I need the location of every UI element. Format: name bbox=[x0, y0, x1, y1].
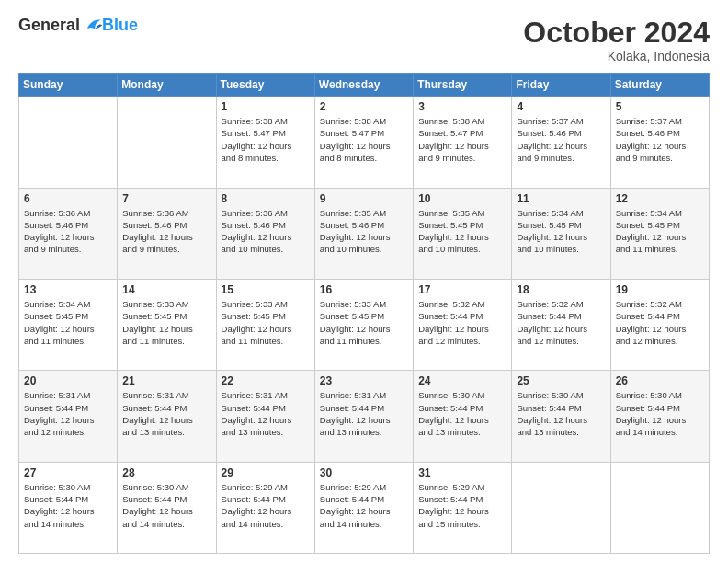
logo: General Blue bbox=[18, 17, 138, 33]
week-row-4: 20Sunrise: 5:31 AMSunset: 5:44 PMDayligh… bbox=[19, 371, 710, 462]
calendar-cell: 16Sunrise: 5:33 AMSunset: 5:45 PMDayligh… bbox=[314, 279, 413, 370]
day-info: Sunrise: 5:34 AMSunset: 5:45 PMDaylight:… bbox=[517, 207, 605, 256]
logo-blue: Blue bbox=[102, 17, 138, 33]
day-info: Sunrise: 5:30 AMSunset: 5:44 PMDaylight:… bbox=[122, 481, 210, 530]
day-number: 7 bbox=[122, 192, 210, 205]
calendar-cell: 1Sunrise: 5:38 AMSunset: 5:47 PMDaylight… bbox=[216, 97, 314, 188]
day-number: 15 bbox=[222, 283, 310, 296]
day-number: 1 bbox=[222, 100, 310, 113]
day-number: 12 bbox=[616, 192, 704, 205]
calendar-cell: 17Sunrise: 5:32 AMSunset: 5:44 PMDayligh… bbox=[414, 279, 512, 370]
day-number: 17 bbox=[418, 283, 506, 296]
calendar-cell: 10Sunrise: 5:35 AMSunset: 5:45 PMDayligh… bbox=[414, 188, 512, 279]
day-number: 8 bbox=[222, 192, 310, 205]
calendar-cell: 8Sunrise: 5:36 AMSunset: 5:46 PMDaylight… bbox=[216, 188, 314, 279]
calendar-cell: 29Sunrise: 5:29 AMSunset: 5:44 PMDayligh… bbox=[216, 462, 314, 553]
day-number: 28 bbox=[122, 466, 210, 479]
day-header-sunday: Sunday bbox=[19, 74, 118, 97]
calendar-cell: 27Sunrise: 5:30 AMSunset: 5:44 PMDayligh… bbox=[19, 462, 118, 553]
day-number: 9 bbox=[320, 192, 408, 205]
day-info: Sunrise: 5:34 AMSunset: 5:45 PMDaylight:… bbox=[24, 298, 112, 347]
day-info: Sunrise: 5:33 AMSunset: 5:45 PMDaylight:… bbox=[320, 298, 408, 347]
calendar-cell: 18Sunrise: 5:32 AMSunset: 5:44 PMDayligh… bbox=[512, 279, 610, 370]
day-info: Sunrise: 5:34 AMSunset: 5:45 PMDaylight:… bbox=[616, 207, 704, 256]
day-number: 29 bbox=[222, 466, 310, 479]
calendar-cell: 13Sunrise: 5:34 AMSunset: 5:45 PMDayligh… bbox=[19, 279, 118, 370]
calendar-cell: 9Sunrise: 5:35 AMSunset: 5:46 PMDaylight… bbox=[314, 188, 413, 279]
calendar-cell: 6Sunrise: 5:36 AMSunset: 5:46 PMDaylight… bbox=[19, 188, 118, 279]
day-info: Sunrise: 5:30 AMSunset: 5:44 PMDaylight:… bbox=[418, 389, 506, 438]
day-number: 13 bbox=[24, 283, 112, 296]
day-number: 22 bbox=[222, 374, 310, 387]
day-number: 31 bbox=[418, 466, 506, 479]
calendar-cell bbox=[610, 462, 709, 553]
calendar-cell: 26Sunrise: 5:30 AMSunset: 5:44 PMDayligh… bbox=[610, 371, 709, 462]
location: Kolaka, Indonesia bbox=[523, 49, 710, 63]
day-info: Sunrise: 5:38 AMSunset: 5:47 PMDaylight:… bbox=[222, 115, 310, 164]
day-header-wednesday: Wednesday bbox=[314, 74, 413, 97]
day-info: Sunrise: 5:31 AMSunset: 5:44 PMDaylight:… bbox=[320, 389, 408, 438]
week-row-1: 1Sunrise: 5:38 AMSunset: 5:47 PMDaylight… bbox=[19, 97, 710, 188]
day-number: 6 bbox=[24, 192, 112, 205]
day-info: Sunrise: 5:38 AMSunset: 5:47 PMDaylight:… bbox=[320, 115, 408, 164]
day-number: 11 bbox=[517, 192, 605, 205]
header: General Blue October 2024 Kolaka, Indone… bbox=[18, 17, 710, 63]
logo-text: General Blue bbox=[18, 17, 138, 33]
day-info: Sunrise: 5:30 AMSunset: 5:44 PMDaylight:… bbox=[24, 481, 112, 530]
day-info: Sunrise: 5:33 AMSunset: 5:45 PMDaylight:… bbox=[222, 298, 310, 347]
calendar-cell: 28Sunrise: 5:30 AMSunset: 5:44 PMDayligh… bbox=[118, 462, 216, 553]
calendar-cell: 4Sunrise: 5:37 AMSunset: 5:46 PMDaylight… bbox=[512, 97, 610, 188]
day-number: 18 bbox=[517, 283, 605, 296]
day-number: 4 bbox=[517, 100, 605, 113]
calendar-cell: 2Sunrise: 5:38 AMSunset: 5:47 PMDaylight… bbox=[314, 97, 413, 188]
day-number: 19 bbox=[616, 283, 704, 296]
day-number: 26 bbox=[616, 374, 704, 387]
calendar-cell: 15Sunrise: 5:33 AMSunset: 5:45 PMDayligh… bbox=[216, 279, 314, 370]
calendar-cell bbox=[512, 462, 610, 553]
day-info: Sunrise: 5:29 AMSunset: 5:44 PMDaylight:… bbox=[222, 481, 310, 530]
calendar-cell: 12Sunrise: 5:34 AMSunset: 5:45 PMDayligh… bbox=[610, 188, 709, 279]
day-number: 10 bbox=[418, 192, 506, 205]
page: General Blue October 2024 Kolaka, Indone… bbox=[0, 0, 728, 563]
day-number: 21 bbox=[122, 374, 210, 387]
calendar-cell: 20Sunrise: 5:31 AMSunset: 5:44 PMDayligh… bbox=[19, 371, 118, 462]
day-header-saturday: Saturday bbox=[610, 74, 709, 97]
calendar-cell: 31Sunrise: 5:29 AMSunset: 5:44 PMDayligh… bbox=[414, 462, 512, 553]
day-header-tuesday: Tuesday bbox=[216, 74, 314, 97]
day-number: 3 bbox=[418, 100, 506, 113]
day-header-friday: Friday bbox=[512, 74, 610, 97]
calendar-cell: 7Sunrise: 5:36 AMSunset: 5:46 PMDaylight… bbox=[118, 188, 216, 279]
calendar-cell: 11Sunrise: 5:34 AMSunset: 5:45 PMDayligh… bbox=[512, 188, 610, 279]
day-info: Sunrise: 5:31 AMSunset: 5:44 PMDaylight:… bbox=[222, 389, 310, 438]
day-number: 30 bbox=[320, 466, 408, 479]
day-info: Sunrise: 5:35 AMSunset: 5:45 PMDaylight:… bbox=[418, 207, 506, 256]
day-info: Sunrise: 5:29 AMSunset: 5:44 PMDaylight:… bbox=[418, 481, 506, 530]
day-number: 23 bbox=[320, 374, 408, 387]
calendar-cell: 25Sunrise: 5:30 AMSunset: 5:44 PMDayligh… bbox=[512, 371, 610, 462]
day-info: Sunrise: 5:35 AMSunset: 5:46 PMDaylight:… bbox=[320, 207, 408, 256]
calendar-cell: 5Sunrise: 5:37 AMSunset: 5:46 PMDaylight… bbox=[610, 97, 709, 188]
calendar-cell: 22Sunrise: 5:31 AMSunset: 5:44 PMDayligh… bbox=[216, 371, 314, 462]
title-block: October 2024 Kolaka, Indonesia bbox=[523, 17, 710, 63]
week-row-3: 13Sunrise: 5:34 AMSunset: 5:45 PMDayligh… bbox=[19, 279, 710, 370]
month-title: October 2024 bbox=[523, 17, 710, 49]
calendar-header-row: SundayMondayTuesdayWednesdayThursdayFrid… bbox=[19, 74, 710, 97]
day-info: Sunrise: 5:38 AMSunset: 5:47 PMDaylight:… bbox=[418, 115, 506, 164]
calendar-cell: 19Sunrise: 5:32 AMSunset: 5:44 PMDayligh… bbox=[610, 279, 709, 370]
calendar-cell: 14Sunrise: 5:33 AMSunset: 5:45 PMDayligh… bbox=[118, 279, 216, 370]
calendar-cell: 21Sunrise: 5:31 AMSunset: 5:44 PMDayligh… bbox=[118, 371, 216, 462]
day-number: 2 bbox=[320, 100, 408, 113]
calendar-cell: 23Sunrise: 5:31 AMSunset: 5:44 PMDayligh… bbox=[314, 371, 413, 462]
day-number: 14 bbox=[122, 283, 210, 296]
day-number: 5 bbox=[616, 100, 704, 113]
day-info: Sunrise: 5:30 AMSunset: 5:44 PMDaylight:… bbox=[517, 389, 605, 438]
day-info: Sunrise: 5:32 AMSunset: 5:44 PMDaylight:… bbox=[517, 298, 605, 347]
day-info: Sunrise: 5:36 AMSunset: 5:46 PMDaylight:… bbox=[222, 207, 310, 256]
day-info: Sunrise: 5:36 AMSunset: 5:46 PMDaylight:… bbox=[24, 207, 112, 256]
day-info: Sunrise: 5:31 AMSunset: 5:44 PMDaylight:… bbox=[24, 389, 112, 438]
day-number: 20 bbox=[24, 374, 112, 387]
day-info: Sunrise: 5:33 AMSunset: 5:45 PMDaylight:… bbox=[122, 298, 210, 347]
day-number: 24 bbox=[418, 374, 506, 387]
calendar-cell: 30Sunrise: 5:29 AMSunset: 5:44 PMDayligh… bbox=[314, 462, 413, 553]
day-info: Sunrise: 5:30 AMSunset: 5:44 PMDaylight:… bbox=[616, 389, 704, 438]
